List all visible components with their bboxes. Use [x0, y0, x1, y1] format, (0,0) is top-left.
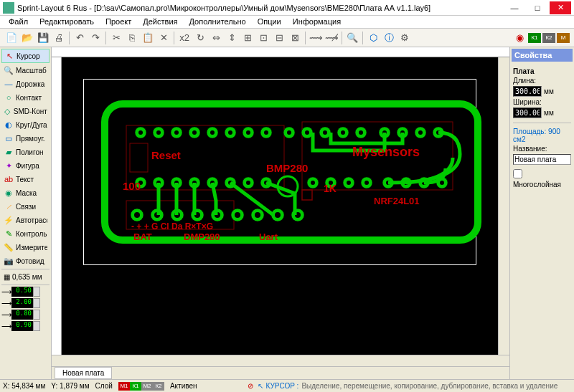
param-0[interactable]: ⟶0.50 [1, 287, 50, 297]
duplicate-icon[interactable]: x2 [177, 31, 192, 45]
main-toolbar: 📄 📂 💾 🖨 ↶ ↷ ✂ ⎘ 📋 ✕ x2 ↻ ⇔ ⇕ ⊞ ⊡ ⊟ ⊠ ⟿ ⟿… [0, 29, 574, 47]
menu-Опции[interactable]: Опции [252, 16, 287, 28]
svg-text:Mysensors: Mysensors [352, 145, 420, 159]
coord-x: 54,834 мм [11, 382, 45, 390]
save-icon[interactable]: 💾 [36, 31, 50, 45]
paste-icon[interactable]: 📋 [141, 31, 155, 45]
scrollbar-v[interactable] [498, 57, 509, 355]
svg-point-79 [440, 181, 444, 185]
rotate-icon[interactable]: ↻ [193, 31, 207, 45]
remove-conn-icon[interactable]: ⟿̸ [324, 31, 339, 45]
param-2[interactable]: ⟶0.80 [1, 310, 50, 320]
svg-point-70 [246, 181, 250, 185]
print-icon[interactable]: 🖨 [52, 31, 66, 45]
menu-Информация[interactable]: Информация [287, 16, 347, 28]
width-input[interactable] [513, 107, 542, 118]
new-icon[interactable]: 📄 [4, 31, 19, 45]
snap-icon[interactable]: ⊡ [256, 31, 270, 45]
tool-Прямоуг.[interactable]: ▭Прямоуг. [1, 132, 50, 145]
menu-Действия[interactable]: Действия [137, 16, 183, 28]
tool-Измеритель[interactable]: 📏Измеритель [1, 241, 50, 254]
menu-Дополнительно[interactable]: Дополнительно [183, 16, 251, 28]
layer-badge-1[interactable]: К1 [528, 33, 541, 43]
svg-text:BAT: BAT [133, 231, 152, 242]
minimize-button[interactable]: — [504, 1, 525, 14]
gear-icon[interactable]: ⚙ [397, 31, 412, 45]
maximize-button[interactable]: □ [527, 1, 548, 14]
param-3[interactable]: ⟶0.90 [1, 321, 50, 331]
svg-point-47 [138, 130, 143, 135]
redo-icon[interactable]: ↷ [88, 31, 103, 45]
name-label: Название: [513, 145, 571, 153]
svg-point-85 [235, 212, 240, 218]
transparency-icon[interactable]: ⬡ [366, 31, 380, 45]
layer-badge-2[interactable]: К2 [542, 33, 555, 43]
tool-Связи[interactable]: ⟋Связи [1, 200, 50, 213]
tool-Текст[interactable]: abТекст [1, 173, 50, 186]
menu-Проект[interactable]: Проект [100, 16, 137, 28]
open-icon[interactable]: 📂 [20, 31, 34, 45]
svg-text:BMP280: BMP280 [266, 162, 308, 174]
tool-Автотрасса[interactable]: ⚡Автотрасса [1, 214, 50, 226]
layer-М2[interactable]: М2 [141, 382, 153, 391]
grid-value[interactable]: ▦0,635 мм [1, 271, 50, 283]
undo-icon[interactable]: ↶ [72, 31, 87, 45]
copy-icon[interactable]: ⎘ [125, 31, 139, 45]
svg-text:Uart: Uart [259, 231, 278, 242]
titlebar: Sprint-Layout 6 Rus - [D:\sav\Самопал.pr… [0, 0, 574, 16]
align-icon[interactable]: ⊞ [240, 31, 255, 45]
svg-text:NRF24L01: NRF24L01 [374, 196, 420, 206]
tool-SMD-Контакт[interactable]: ◇SMD-Контакт [1, 105, 50, 118]
menu-Редактировать[interactable]: Редактировать [34, 16, 100, 28]
zoom-icon[interactable]: 🔍 [345, 31, 359, 45]
drc-icon[interactable]: ◉ [512, 31, 527, 45]
tool-Полигон[interactable]: ▰Полигон [1, 145, 50, 158]
layer-М1[interactable]: М1 [118, 382, 130, 391]
layer-К1[interactable]: К1 [130, 382, 141, 391]
connections-icon[interactable]: ⟿ [309, 31, 323, 45]
svg-point-49 [174, 130, 179, 135]
tool-Курсор[interactable]: ↖Курсор [1, 49, 50, 63]
group-icon[interactable]: ⊟ [272, 31, 286, 45]
delete-icon[interactable]: ✕ [156, 31, 171, 45]
tool-Контроль[interactable]: ✎Контроль [1, 227, 50, 240]
close-button[interactable]: ✕ [550, 1, 571, 14]
ruler-vertical [52, 57, 62, 355]
svg-point-62 [418, 130, 423, 135]
board-tab[interactable]: Новая плата [55, 367, 112, 379]
tool-Фигура[interactable]: ✦Фигура [1, 159, 50, 172]
svg-text:DMP280: DMP280 [184, 231, 220, 242]
info-icon[interactable]: ⓘ [382, 31, 396, 45]
canvas[interactable]: Reset BMP280 Mysensors 100 1K NRF24L01 -… [62, 57, 498, 355]
name-input[interactable] [513, 154, 571, 165]
tool-Фотовид[interactable]: 📷Фотовид [1, 254, 50, 267]
svg-point-72 [311, 181, 315, 185]
svg-text:1K: 1K [324, 183, 337, 194]
menubar: ФайлРедактироватьПроектДействияДополните… [0, 16, 574, 29]
svg-point-75 [364, 181, 369, 185]
scrollbar-h[interactable] [52, 355, 509, 366]
width-label: Ширина: [513, 98, 571, 106]
svg-point-48 [156, 130, 161, 135]
mirror-h-icon[interactable]: ⇔ [209, 31, 223, 45]
svg-text:100: 100 [123, 180, 141, 192]
cut-icon[interactable]: ✂ [109, 31, 123, 45]
menu-Файл[interactable]: Файл [3, 16, 34, 28]
tool-Круг/Дуга[interactable]: ◐Круг/Дуга [1, 118, 50, 131]
cursor-desc: Выделение, перемещение, копирование, дуб… [301, 382, 557, 390]
tool-Контакт[interactable]: ○Контакт [1, 91, 50, 104]
svg-point-53 [246, 130, 250, 135]
area-label: Площадь: 900 см2 [513, 128, 571, 143]
mirror-v-icon[interactable]: ⇕ [225, 31, 239, 45]
svg-point-54 [264, 130, 268, 135]
length-input[interactable] [513, 86, 542, 97]
ungroup-icon[interactable]: ⊠ [288, 31, 302, 45]
layer-badge-3[interactable]: М [557, 33, 570, 43]
tool-Маска[interactable]: ◉Маска [1, 186, 50, 199]
tool-Масштаб[interactable]: 🔍Масштаб [1, 64, 50, 77]
tool-Дорожка[interactable]: —Дорожка [1, 77, 50, 90]
multilayer-checkbox[interactable] [513, 169, 522, 178]
length-label: Длина: [513, 77, 571, 85]
layer-К2[interactable]: К2 [153, 382, 164, 391]
param-1[interactable]: ⟶2.00 [1, 298, 50, 308]
